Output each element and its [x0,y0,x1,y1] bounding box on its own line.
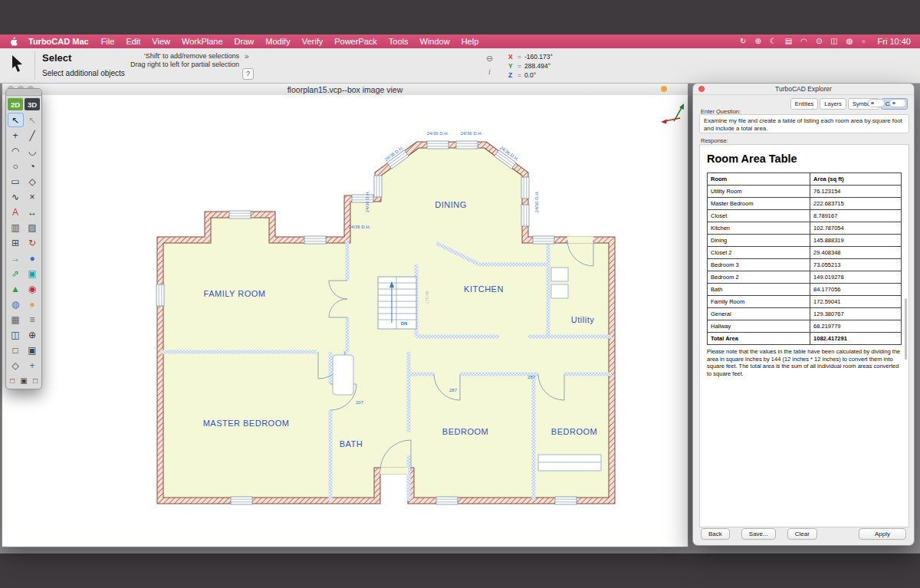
view-cube-icon[interactable]: ▣ [19,376,29,386]
zoom-tool[interactable]: ⊕ [25,327,41,342]
menu-item[interactable]: Tools [389,37,409,46]
response-panel: Room Area Table Room Area (sq ft) Utilit… [699,144,909,527]
back-button[interactable]: Back [701,528,730,540]
tool-status-text: Select additional objects [42,69,125,77]
tab-entities[interactable]: Entities [790,98,819,110]
view-cube-icon[interactable]: □ [31,376,41,386]
apply-button[interactable]: Apply [859,528,906,540]
sphere-tool[interactable]: ● [25,251,41,265]
wire-cube-tool[interactable]: □ [8,343,24,357]
siri-icon[interactable]: ◍ [846,38,853,45]
point-tool[interactable]: + [8,128,24,143]
table-row: Utility Room 76.123154 [708,186,902,198]
room-label: BEDROOM [442,427,488,436]
menu-item[interactable]: WorkPlane [182,37,223,46]
svg-text:207: 207 [356,400,364,405]
z-coordinate-value: 0.0° [524,71,536,80]
view-cube-icon[interactable]: □ [8,376,18,386]
shade-tool[interactable]: ◍ [8,297,24,311]
box-tool[interactable]: ▣ [25,266,41,281]
menu-item[interactable]: Modify [265,37,290,46]
divider [34,51,35,80]
menu-item[interactable]: Window [420,37,450,46]
line-tool[interactable]: ╱ [25,128,41,143]
render-tool[interactable]: ● [25,297,41,311]
palette-drag-handle[interactable] [6,89,41,96]
tab-layers[interactable]: Layers [820,98,846,110]
array-tool[interactable]: ⊞ [8,235,24,250]
floorplan-canvas[interactable]: DN 170.46 [2,95,688,547]
room-label: FAMILY ROOM [204,289,266,298]
z-axis-label: Z [508,71,514,80]
text-tool[interactable]: A [8,205,24,219]
mode-3d-button[interactable]: 3D [25,98,40,110]
moon-icon[interactable]: ☾ [770,38,777,45]
menu-item[interactable]: Verify [302,37,324,46]
hatch-tool[interactable]: ▨ [25,220,41,235]
document-window: floorplan15.vcp--box image view [2,83,688,547]
table-row: Closet 8.789167 [708,210,902,222]
mini-control[interactable] [889,99,906,107]
help-button[interactable]: ? [242,68,254,80]
active-app-menu[interactable]: TurboCAD Mac [28,37,89,46]
globe-icon[interactable]: ⊕ [754,38,761,45]
wifi-icon[interactable]: ◠ [800,38,807,45]
cube-view-tool[interactable]: ◫ [8,327,24,342]
vector-tool[interactable]: ⇗ [8,266,24,281]
app-status-icon[interactable]: ● [862,38,866,45]
x-coordinate-value: -160.173° [524,52,553,61]
layers-tool[interactable]: ≡ [25,312,41,327]
y-axis-label: Y [508,61,514,71]
svg-text:287: 287 [527,375,536,379]
expand-chevron-icon[interactable]: » [245,52,249,61]
question-input[interactable]: Examine my file and create a table of li… [699,114,909,133]
stair-dimension: 170.46 [425,291,429,304]
display-icon[interactable]: ▤ [785,38,792,45]
arc-tool[interactable]: ◠ [8,143,24,158]
save-button[interactable]: Save... [741,528,776,540]
control-center-icon[interactable]: ◫ [830,38,837,45]
rotate-tool[interactable]: ↻ [25,235,41,250]
menu-item[interactable]: View [152,37,170,46]
erase-tool[interactable]: × [25,189,41,204]
drawing-canvas[interactable]: DN 170.46 [2,95,688,547]
table-row: Bath 84.177056 [708,284,902,296]
apple-logo-icon[interactable] [9,37,18,47]
snap-toggle-icon[interactable]: ⊖ [486,54,493,64]
table-row: Hallway 68.219779 [708,320,902,333]
dimension-tool[interactable]: ↔ [25,205,41,219]
solid-cube-tool[interactable]: ▣ [25,343,41,357]
menu-item[interactable]: Draw [235,37,255,46]
pie-tool[interactable]: ◔ [25,159,41,173]
menu-item[interactable]: File [101,37,115,46]
move-3d-tool[interactable]: → [8,251,24,265]
rectangle-tool[interactable]: ▭ [8,174,24,189]
sync-icon[interactable]: ↻ [740,38,746,45]
menu-item[interactable]: Help [462,37,479,46]
info-icon[interactable]: i [488,67,491,76]
grid-tool[interactable]: ▦ [8,312,24,327]
pan-tool[interactable]: + [25,358,41,373]
titlebar-indicator-dot[interactable] [661,86,667,92]
select-tool[interactable]: ↖ [8,113,24,127]
menu-item[interactable]: PowerPack [334,37,377,46]
cone-tool[interactable]: ▲ [8,281,24,296]
search-icon[interactable]: ⊙ [816,38,822,45]
mini-control[interactable] [868,99,885,107]
response-note: Please note that the values in the table… [707,348,902,377]
select-add-tool[interactable]: ↖ [25,113,41,127]
circle-tool[interactable]: ○ [8,159,24,173]
menu-item[interactable]: Edit [126,37,140,46]
pattern-tool[interactable]: ▥ [8,220,24,235]
response-label: Response: [701,137,728,144]
iso-cube-tool[interactable]: ◇ [8,358,24,373]
polygon-tool[interactable]: ◇ [25,174,41,189]
mode-2d-button[interactable]: 2D [8,98,23,110]
menu-clock[interactable]: Fri 10:40 [878,37,911,46]
spline-tool[interactable]: ∿ [8,189,24,204]
clear-button[interactable]: Clear [787,528,817,540]
spheres-tool[interactable]: ◉ [25,281,41,296]
explorer-close-button[interactable] [698,86,705,92]
arc-end-tool[interactable]: ◡ [25,143,41,158]
response-scrollbar[interactable] [905,298,907,360]
